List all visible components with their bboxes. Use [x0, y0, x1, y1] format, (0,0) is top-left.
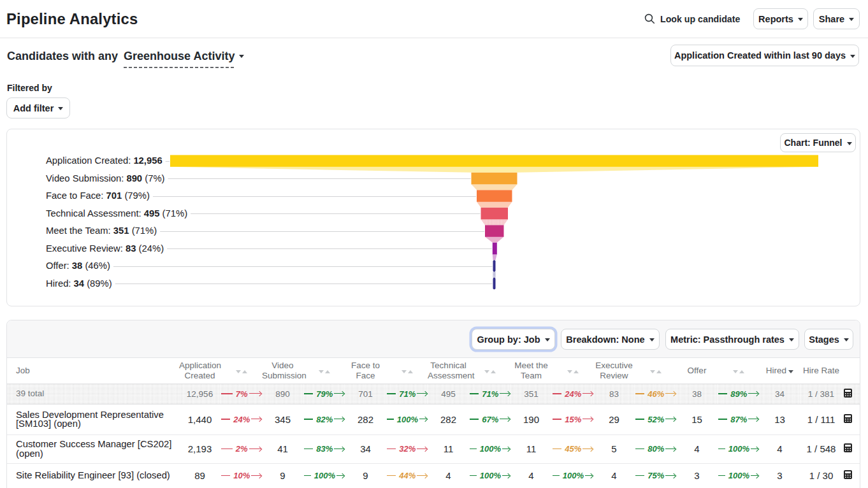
- svg-text:Video Submission: 890 (7%): Video Submission: 890 (7%): [46, 173, 165, 183]
- svg-text:Face to Face: 701 (79%): Face to Face: 701 (79%): [46, 190, 150, 201]
- svg-text:Application Created: 12,956: Application Created: 12,956: [46, 155, 163, 166]
- svg-text:Technical Assessment: 495 (71%: Technical Assessment: 495 (71%): [46, 208, 187, 219]
- svg-text:Hired: 34 (89%): Hired: 34 (89%): [46, 278, 112, 289]
- svg-text:Meet the Team: 351 (71%): Meet the Team: 351 (71%): [46, 226, 157, 236]
- svg-text:Executive Review: 83 (24%): Executive Review: 83 (24%): [46, 243, 164, 254]
- svg-text:Offer: 38 (46%): Offer: 38 (46%): [46, 261, 110, 271]
